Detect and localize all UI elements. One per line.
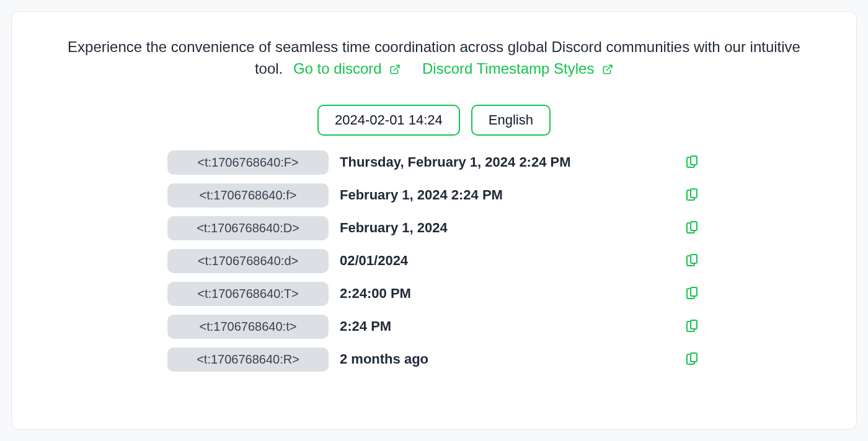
link-label: Discord Timestamp Styles: [422, 60, 594, 77]
intro-paragraph: Experience the convenience of seamless t…: [62, 37, 806, 81]
timestamp-row: <t:1706768640:T>2:24:00 PM: [167, 282, 701, 306]
controls-row: 2024-02-01 14:24 English: [61, 105, 807, 136]
svg-line-0: [394, 65, 399, 70]
copy-icon[interactable]: [673, 188, 711, 203]
timestamp-row: <t:1706768640:f>February 1, 2024 2:24 PM: [167, 183, 701, 207]
timestamp-code[interactable]: <t:1706768640:T>: [167, 282, 329, 306]
timestamp-preview: 02/01/2024: [340, 253, 662, 269]
timestamp-code[interactable]: <t:1706768640:D>: [167, 216, 329, 240]
datetime-input[interactable]: 2024-02-01 14:24: [317, 105, 460, 136]
copy-icon[interactable]: [673, 319, 711, 334]
main-card: Experience the convenience of seamless t…: [11, 11, 857, 430]
svg-rect-2: [691, 156, 697, 165]
copy-icon[interactable]: [673, 155, 711, 170]
timestamp-preview: 2:24:00 PM: [340, 286, 662, 302]
timestamp-code[interactable]: <t:1706768640:t>: [167, 315, 329, 339]
timestamp-row: <t:1706768640:F>Thursday, February 1, 20…: [167, 151, 701, 175]
timestamp-code[interactable]: <t:1706768640:f>: [167, 183, 329, 207]
timestamp-styles-link[interactable]: Discord Timestamp Styles: [422, 60, 613, 77]
timestamp-row: <t:1706768640:d>02/01/2024: [167, 249, 701, 273]
timestamp-preview: 2:24 PM: [340, 318, 662, 334]
timestamp-preview: February 1, 2024: [340, 220, 662, 236]
copy-icon[interactable]: [673, 220, 711, 235]
copy-icon[interactable]: [673, 253, 711, 268]
timestamp-row: <t:1706768640:R>2 months ago: [167, 347, 701, 372]
language-select[interactable]: English: [471, 105, 551, 136]
timestamp-code[interactable]: <t:1706768640:F>: [167, 151, 329, 175]
svg-line-1: [607, 65, 612, 70]
timestamp-code[interactable]: <t:1706768640:d>: [167, 249, 329, 273]
timestamp-row: <t:1706768640:D>February 1, 2024: [167, 216, 701, 240]
svg-rect-8: [691, 353, 697, 362]
link-label: Go to discord: [293, 60, 382, 77]
svg-rect-3: [691, 189, 697, 198]
copy-icon[interactable]: [673, 286, 711, 301]
copy-icon[interactable]: [673, 352, 711, 367]
external-link-icon: [602, 59, 613, 81]
timestamp-rows: <t:1706768640:F>Thursday, February 1, 20…: [61, 151, 807, 372]
timestamp-preview: February 1, 2024 2:24 PM: [340, 187, 662, 203]
timestamp-preview: 2 months ago: [340, 351, 662, 367]
external-link-icon: [389, 59, 401, 81]
timestamp-preview: Thursday, February 1, 2024 2:24 PM: [340, 154, 662, 170]
go-to-discord-link[interactable]: Go to discord: [293, 60, 405, 77]
svg-rect-7: [691, 320, 697, 329]
svg-rect-4: [691, 222, 697, 230]
svg-rect-5: [691, 255, 697, 263]
svg-rect-6: [691, 287, 697, 296]
timestamp-row: <t:1706768640:t>2:24 PM: [167, 315, 701, 339]
timestamp-code[interactable]: <t:1706768640:R>: [167, 347, 329, 372]
